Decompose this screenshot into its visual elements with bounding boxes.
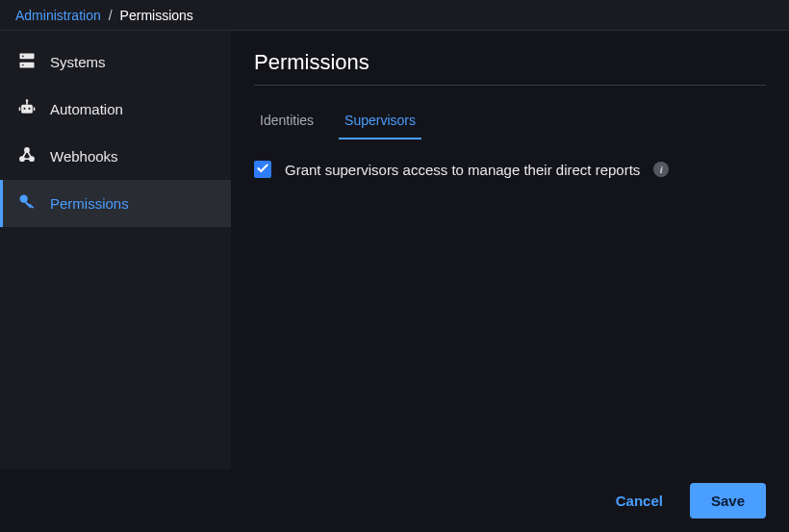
sidebar-item-permissions[interactable]: Permissions xyxy=(0,180,231,227)
sidebar: Systems Automation Webhooks Permissions xyxy=(0,31,231,469)
grant-supervisors-row: Grant supervisors access to manage their… xyxy=(254,161,766,178)
breadcrumb-root[interactable]: Administration xyxy=(15,8,101,23)
key-icon xyxy=(17,192,37,215)
sidebar-item-label: Webhooks xyxy=(50,148,118,165)
svg-point-2 xyxy=(22,56,24,58)
svg-rect-0 xyxy=(20,54,35,60)
info-icon[interactable]: i xyxy=(653,162,669,177)
sidebar-item-label: Permissions xyxy=(50,195,129,212)
svg-rect-4 xyxy=(21,105,33,114)
footer: Cancel Save xyxy=(0,469,789,532)
main-content: Permissions Identities Supervisors Grant… xyxy=(231,31,789,469)
tab-identities[interactable]: Identities xyxy=(254,105,319,139)
tabs: Identities Supervisors xyxy=(254,105,766,139)
cancel-button[interactable]: Cancel xyxy=(606,485,673,517)
check-icon xyxy=(256,162,269,178)
grant-supervisors-label: Grant supervisors access to manage their… xyxy=(285,162,640,178)
svg-point-7 xyxy=(23,108,25,110)
server-icon xyxy=(17,51,37,73)
breadcrumb-current: Permissions xyxy=(120,8,193,23)
breadcrumb: Administration / Permissions xyxy=(0,0,789,31)
robot-icon xyxy=(17,98,37,120)
svg-rect-9 xyxy=(19,107,21,111)
sidebar-item-automation[interactable]: Automation xyxy=(0,86,231,133)
breadcrumb-separator: / xyxy=(109,8,113,23)
sidebar-item-webhooks[interactable]: Webhooks xyxy=(0,133,231,180)
sidebar-item-label: Systems xyxy=(50,54,106,70)
svg-rect-18 xyxy=(31,206,34,209)
svg-point-3 xyxy=(22,64,24,66)
save-button[interactable]: Save xyxy=(690,483,766,519)
grant-supervisors-checkbox[interactable] xyxy=(254,161,271,178)
sidebar-item-label: Automation xyxy=(50,101,123,117)
svg-point-8 xyxy=(28,108,30,110)
svg-point-15 xyxy=(22,197,25,200)
page-title: Permissions xyxy=(254,50,766,86)
page-body: Systems Automation Webhooks Permissions … xyxy=(0,31,789,469)
svg-rect-1 xyxy=(20,63,35,68)
webhook-icon xyxy=(17,145,37,167)
svg-point-6 xyxy=(26,99,29,102)
tab-supervisors[interactable]: Supervisors xyxy=(339,105,421,139)
svg-rect-10 xyxy=(34,107,36,111)
tab-content: Grant supervisors access to manage their… xyxy=(254,139,766,458)
sidebar-item-systems[interactable]: Systems xyxy=(0,38,231,86)
